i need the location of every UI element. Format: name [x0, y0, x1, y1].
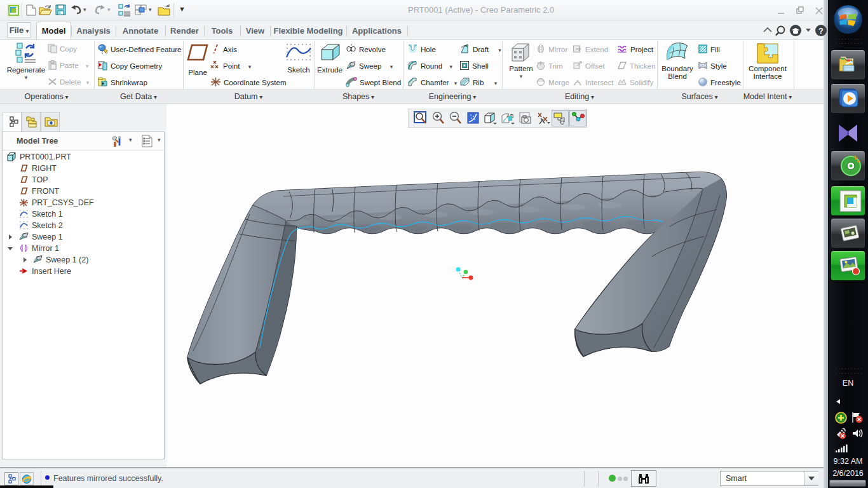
svg-text:?: ? — [818, 26, 824, 36]
